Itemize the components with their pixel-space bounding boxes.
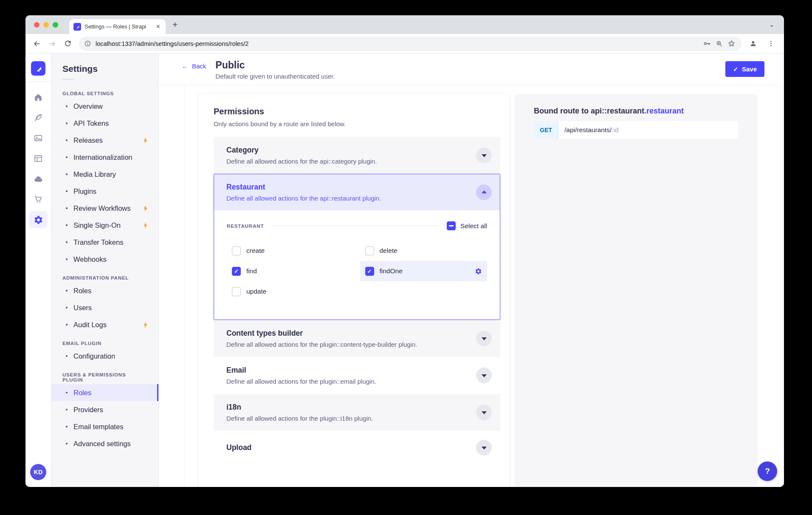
- sidebar-item-api-tokens[interactable]: API Tokens: [51, 115, 158, 132]
- lightning-icon: [143, 137, 148, 144]
- page-header: ← Back Public Default role given to unau…: [159, 54, 784, 85]
- help-button[interactable]: ?: [758, 461, 777, 481]
- layout-panel-icon[interactable]: [29, 150, 48, 167]
- accordion-text: Email Define all allowed actions for the…: [226, 366, 476, 385]
- chevron-down-icon[interactable]: [476, 331, 492, 346]
- toolbar-right-group: [746, 37, 778, 51]
- bullet-icon: [66, 307, 68, 308]
- sidebar-item-single-sign-on[interactable]: Single Sign-On: [51, 217, 158, 234]
- profile-avatar-icon[interactable]: [746, 37, 760, 51]
- sidebar-item-admin-roles[interactable]: Roles: [51, 282, 158, 299]
- accordion-upload[interactable]: Upload: [214, 431, 500, 464]
- select-all-control[interactable]: Select all: [447, 221, 487, 230]
- bullet-icon: [66, 241, 68, 243]
- permission-find[interactable]: ✓ find: [227, 261, 354, 281]
- url-bar[interactable]: localhost:1337/admin/settings/users-perm…: [79, 37, 742, 51]
- save-button[interactable]: ✓ Save: [725, 61, 764, 77]
- section-users-permissions-plugin: USERS & PERMISSIONS PLUGIN: [62, 372, 147, 382]
- minimize-window-button[interactable]: [43, 22, 49, 28]
- checkbox-update[interactable]: [232, 287, 241, 296]
- accordion-text: i18n Define all allowed actions for the …: [226, 403, 476, 422]
- bullet-icon: [66, 290, 68, 291]
- sidebar-item-transfer-tokens[interactable]: Transfer Tokens: [51, 234, 158, 251]
- strapi-logo-icon[interactable]: [31, 61, 45, 76]
- settings-gear-icon[interactable]: [29, 211, 48, 228]
- bullet-icon: [66, 426, 68, 427]
- chevron-down-icon[interactable]: [476, 368, 492, 383]
- accordion-restaurant-header[interactable]: Restaurant Define all allowed actions fo…: [214, 174, 500, 210]
- site-info-icon[interactable]: [84, 40, 91, 47]
- sidebar-item-advanced-settings[interactable]: Advanced settings: [51, 435, 158, 452]
- restaurant-permissions-body: RESTAURANT Select all: [214, 210, 500, 320]
- bound-route-title: Bound route to api::restaurant.restauran…: [534, 107, 738, 116]
- bullet-icon: [66, 443, 68, 444]
- chevron-down-icon[interactable]: [476, 147, 492, 163]
- permission-update[interactable]: update: [227, 281, 354, 302]
- permission-findone[interactable]: ✓ findOne: [360, 261, 488, 281]
- kebab-menu-icon[interactable]: [764, 37, 778, 51]
- sidebar-item-overview[interactable]: Overview: [51, 98, 158, 115]
- section-global-settings: GLOBAL SETTINGS: [62, 91, 147, 96]
- cloud-icon[interactable]: [29, 170, 48, 187]
- sidebar-item-media-library[interactable]: Media Library: [51, 166, 158, 183]
- accordion-category[interactable]: Category Define all allowed actions for …: [214, 137, 500, 174]
- accordion-restaurant-expanded: Restaurant Define all allowed actions fo…: [214, 174, 500, 320]
- sidebar-item-providers[interactable]: Providers: [51, 401, 158, 418]
- content-type-builder-feather-icon[interactable]: [29, 109, 48, 126]
- marketplace-cart-icon[interactable]: [29, 191, 48, 208]
- permission-delete[interactable]: delete: [360, 241, 488, 261]
- accordion-text: Content types builder Define all allowed…: [226, 329, 476, 348]
- route-path: /api/restaurants/:id: [558, 126, 619, 134]
- strapi-app: KD Settings GLOBAL SETTINGS Overview API…: [25, 54, 784, 487]
- bullet-icon: [66, 392, 68, 393]
- close-window-button[interactable]: [34, 22, 39, 28]
- sidebar-item-webhooks[interactable]: Webhooks: [51, 251, 158, 268]
- page-title: Public: [215, 59, 335, 71]
- tab-search-chevron-icon[interactable]: ⌄: [766, 20, 777, 29]
- sidebar-title: Settings: [62, 64, 158, 74]
- checkbox-findone[interactable]: ✓: [365, 267, 374, 276]
- zoom-window-button[interactable]: [53, 22, 58, 28]
- password-key-icon[interactable]: [703, 40, 711, 48]
- lightning-icon: [143, 322, 148, 328]
- sidebar-item-review-workflows[interactable]: Review Workflows: [51, 200, 158, 217]
- permission-create[interactable]: create: [227, 241, 354, 261]
- tab-title: Settings — Roles | Strapi: [85, 23, 152, 30]
- chevron-down-icon[interactable]: [476, 440, 492, 456]
- sidebar-item-up-roles[interactable]: Roles: [51, 384, 158, 401]
- chevron-up-icon[interactable]: [476, 184, 492, 200]
- accordion-content-types-builder[interactable]: Content types builder Define all allowed…: [214, 320, 500, 357]
- screenshot-canvas: Settings — Roles | Strapi ✕ + ⌄ local: [0, 0, 812, 515]
- sidebar-item-internationalization[interactable]: Internationalization: [51, 149, 158, 166]
- home-icon[interactable]: [29, 89, 48, 106]
- checkbox-find[interactable]: ✓: [232, 267, 241, 276]
- tab-close-icon[interactable]: ✕: [155, 23, 161, 30]
- page-subtitle: Default role given to unauthenticated us…: [215, 73, 335, 80]
- user-avatar[interactable]: KD: [30, 464, 46, 480]
- browser-forward-button[interactable]: [45, 37, 59, 51]
- new-tab-button[interactable]: +: [172, 20, 178, 30]
- checkbox-create[interactable]: [232, 246, 241, 255]
- route-display[interactable]: GET /api/restaurants/:id: [534, 121, 738, 139]
- media-library-icon[interactable]: [29, 130, 48, 147]
- browser-tab[interactable]: Settings — Roles | Strapi ✕: [69, 19, 166, 34]
- permissions-title: Permissions: [214, 107, 500, 116]
- accordion-i18n[interactable]: i18n Define all allowed actions for the …: [214, 394, 500, 431]
- select-all-checkbox[interactable]: [447, 221, 456, 230]
- back-link[interactable]: ← Back: [182, 62, 206, 70]
- sidebar-item-configuration[interactable]: Configuration: [51, 348, 158, 365]
- bullet-icon: [66, 173, 68, 175]
- sidebar-item-plugins[interactable]: Plugins: [51, 183, 158, 200]
- bookmark-star-icon[interactable]: [727, 40, 736, 48]
- browser-reload-button[interactable]: [60, 37, 75, 51]
- chevron-down-icon[interactable]: [476, 405, 492, 420]
- sidebar-item-users[interactable]: Users: [51, 299, 158, 316]
- zoom-in-icon[interactable]: [716, 40, 723, 48]
- accordion-email[interactable]: Email Define all allowed actions for the…: [214, 357, 500, 394]
- settings-gear-icon[interactable]: [475, 268, 482, 275]
- sidebar-item-releases[interactable]: Releases: [51, 132, 158, 149]
- sidebar-item-audit-logs[interactable]: Audit Logs: [51, 316, 158, 333]
- checkbox-delete[interactable]: [365, 246, 374, 255]
- browser-back-button[interactable]: [30, 37, 44, 51]
- sidebar-item-email-templates[interactable]: Email templates: [51, 418, 158, 435]
